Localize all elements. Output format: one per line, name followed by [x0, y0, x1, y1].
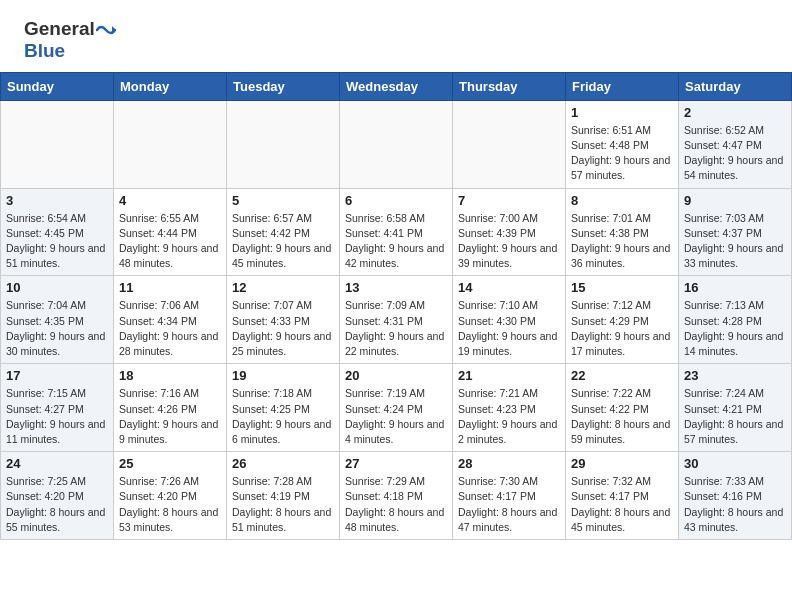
calendar-cell: 25Sunrise: 7:26 AM Sunset: 4:20 PM Dayli…: [114, 452, 227, 540]
logo: GeneralBlue: [24, 18, 116, 62]
day-detail: Sunrise: 7:32 AM Sunset: 4:17 PM Dayligh…: [571, 474, 673, 535]
day-number: 27: [345, 456, 447, 471]
calendar-cell: 13Sunrise: 7:09 AM Sunset: 4:31 PM Dayli…: [340, 276, 453, 364]
calendar-cell: [340, 100, 453, 188]
day-detail: Sunrise: 7:28 AM Sunset: 4:19 PM Dayligh…: [232, 474, 334, 535]
calendar-week-1: 1Sunrise: 6:51 AM Sunset: 4:48 PM Daylig…: [1, 100, 792, 188]
day-number: 18: [119, 368, 221, 383]
calendar-cell: 8Sunrise: 7:01 AM Sunset: 4:38 PM Daylig…: [566, 188, 679, 276]
day-detail: Sunrise: 7:33 AM Sunset: 4:16 PM Dayligh…: [684, 474, 786, 535]
calendar-cell: 30Sunrise: 7:33 AM Sunset: 4:16 PM Dayli…: [679, 452, 792, 540]
calendar-cell: 14Sunrise: 7:10 AM Sunset: 4:30 PM Dayli…: [453, 276, 566, 364]
calendar-cell: 24Sunrise: 7:25 AM Sunset: 4:20 PM Dayli…: [1, 452, 114, 540]
day-detail: Sunrise: 7:22 AM Sunset: 4:22 PM Dayligh…: [571, 386, 673, 447]
day-number: 24: [6, 456, 108, 471]
calendar-cell: 4Sunrise: 6:55 AM Sunset: 4:44 PM Daylig…: [114, 188, 227, 276]
calendar-cell: 21Sunrise: 7:21 AM Sunset: 4:23 PM Dayli…: [453, 364, 566, 452]
calendar-cell: 29Sunrise: 7:32 AM Sunset: 4:17 PM Dayli…: [566, 452, 679, 540]
day-number: 16: [684, 280, 786, 295]
calendar-cell: 15Sunrise: 7:12 AM Sunset: 4:29 PM Dayli…: [566, 276, 679, 364]
weekday-header-tuesday: Tuesday: [227, 72, 340, 100]
logo-blue-text: Blue: [24, 40, 65, 61]
header: GeneralBlue: [0, 0, 792, 72]
day-detail: Sunrise: 7:15 AM Sunset: 4:27 PM Dayligh…: [6, 386, 108, 447]
calendar-cell: 20Sunrise: 7:19 AM Sunset: 4:24 PM Dayli…: [340, 364, 453, 452]
day-detail: Sunrise: 6:55 AM Sunset: 4:44 PM Dayligh…: [119, 211, 221, 272]
calendar-cell: 27Sunrise: 7:29 AM Sunset: 4:18 PM Dayli…: [340, 452, 453, 540]
day-number: 14: [458, 280, 560, 295]
calendar-week-3: 10Sunrise: 7:04 AM Sunset: 4:35 PM Dayli…: [1, 276, 792, 364]
calendar-cell: 6Sunrise: 6:58 AM Sunset: 4:41 PM Daylig…: [340, 188, 453, 276]
calendar-cell: 10Sunrise: 7:04 AM Sunset: 4:35 PM Dayli…: [1, 276, 114, 364]
calendar-cell: 22Sunrise: 7:22 AM Sunset: 4:22 PM Dayli…: [566, 364, 679, 452]
day-number: 8: [571, 193, 673, 208]
weekday-header-saturday: Saturday: [679, 72, 792, 100]
calendar-cell: 1Sunrise: 6:51 AM Sunset: 4:48 PM Daylig…: [566, 100, 679, 188]
day-number: 6: [345, 193, 447, 208]
calendar-cell: [114, 100, 227, 188]
day-number: 28: [458, 456, 560, 471]
calendar-week-5: 24Sunrise: 7:25 AM Sunset: 4:20 PM Dayli…: [1, 452, 792, 540]
weekday-header-wednesday: Wednesday: [340, 72, 453, 100]
day-number: 10: [6, 280, 108, 295]
day-detail: Sunrise: 6:51 AM Sunset: 4:48 PM Dayligh…: [571, 123, 673, 184]
logo-general-text: GeneralBlue: [24, 18, 116, 62]
day-number: 7: [458, 193, 560, 208]
day-detail: Sunrise: 6:58 AM Sunset: 4:41 PM Dayligh…: [345, 211, 447, 272]
day-detail: Sunrise: 7:12 AM Sunset: 4:29 PM Dayligh…: [571, 298, 673, 359]
day-detail: Sunrise: 7:01 AM Sunset: 4:38 PM Dayligh…: [571, 211, 673, 272]
calendar-table: SundayMondayTuesdayWednesdayThursdayFrid…: [0, 72, 792, 540]
day-number: 21: [458, 368, 560, 383]
day-number: 5: [232, 193, 334, 208]
day-detail: Sunrise: 7:07 AM Sunset: 4:33 PM Dayligh…: [232, 298, 334, 359]
day-detail: Sunrise: 7:03 AM Sunset: 4:37 PM Dayligh…: [684, 211, 786, 272]
day-detail: Sunrise: 7:10 AM Sunset: 4:30 PM Dayligh…: [458, 298, 560, 359]
calendar-cell: 12Sunrise: 7:07 AM Sunset: 4:33 PM Dayli…: [227, 276, 340, 364]
weekday-header-monday: Monday: [114, 72, 227, 100]
day-number: 23: [684, 368, 786, 383]
day-number: 13: [345, 280, 447, 295]
day-number: 11: [119, 280, 221, 295]
calendar-cell: [227, 100, 340, 188]
day-number: 15: [571, 280, 673, 295]
calendar-cell: 5Sunrise: 6:57 AM Sunset: 4:42 PM Daylig…: [227, 188, 340, 276]
day-detail: Sunrise: 7:25 AM Sunset: 4:20 PM Dayligh…: [6, 474, 108, 535]
calendar-cell: 2Sunrise: 6:52 AM Sunset: 4:47 PM Daylig…: [679, 100, 792, 188]
calendar-cell: 26Sunrise: 7:28 AM Sunset: 4:19 PM Dayli…: [227, 452, 340, 540]
calendar-cell: 9Sunrise: 7:03 AM Sunset: 4:37 PM Daylig…: [679, 188, 792, 276]
day-number: 30: [684, 456, 786, 471]
day-detail: Sunrise: 7:00 AM Sunset: 4:39 PM Dayligh…: [458, 211, 560, 272]
day-number: 17: [6, 368, 108, 383]
day-number: 1: [571, 105, 673, 120]
day-number: 20: [345, 368, 447, 383]
day-number: 4: [119, 193, 221, 208]
day-number: 12: [232, 280, 334, 295]
day-number: 26: [232, 456, 334, 471]
calendar-week-4: 17Sunrise: 7:15 AM Sunset: 4:27 PM Dayli…: [1, 364, 792, 452]
calendar-cell: [453, 100, 566, 188]
page-container: GeneralBlue SundayMondayTuesdayWednesday…: [0, 0, 792, 540]
calendar-cell: 18Sunrise: 7:16 AM Sunset: 4:26 PM Dayli…: [114, 364, 227, 452]
day-number: 2: [684, 105, 786, 120]
calendar-cell: 7Sunrise: 7:00 AM Sunset: 4:39 PM Daylig…: [453, 188, 566, 276]
day-detail: Sunrise: 7:09 AM Sunset: 4:31 PM Dayligh…: [345, 298, 447, 359]
day-number: 9: [684, 193, 786, 208]
day-detail: Sunrise: 7:06 AM Sunset: 4:34 PM Dayligh…: [119, 298, 221, 359]
day-number: 29: [571, 456, 673, 471]
calendar-week-2: 3Sunrise: 6:54 AM Sunset: 4:45 PM Daylig…: [1, 188, 792, 276]
calendar-cell: 11Sunrise: 7:06 AM Sunset: 4:34 PM Dayli…: [114, 276, 227, 364]
calendar-cell: 28Sunrise: 7:30 AM Sunset: 4:17 PM Dayli…: [453, 452, 566, 540]
day-detail: Sunrise: 7:24 AM Sunset: 4:21 PM Dayligh…: [684, 386, 786, 447]
logo-wave-icon: [96, 22, 116, 38]
weekday-header-friday: Friday: [566, 72, 679, 100]
day-number: 3: [6, 193, 108, 208]
weekday-header-sunday: Sunday: [1, 72, 114, 100]
day-number: 25: [119, 456, 221, 471]
day-detail: Sunrise: 7:21 AM Sunset: 4:23 PM Dayligh…: [458, 386, 560, 447]
calendar-header-row: SundayMondayTuesdayWednesdayThursdayFrid…: [1, 72, 792, 100]
day-detail: Sunrise: 7:04 AM Sunset: 4:35 PM Dayligh…: [6, 298, 108, 359]
calendar-cell: 19Sunrise: 7:18 AM Sunset: 4:25 PM Dayli…: [227, 364, 340, 452]
day-number: 19: [232, 368, 334, 383]
calendar-cell: 17Sunrise: 7:15 AM Sunset: 4:27 PM Dayli…: [1, 364, 114, 452]
day-detail: Sunrise: 7:30 AM Sunset: 4:17 PM Dayligh…: [458, 474, 560, 535]
